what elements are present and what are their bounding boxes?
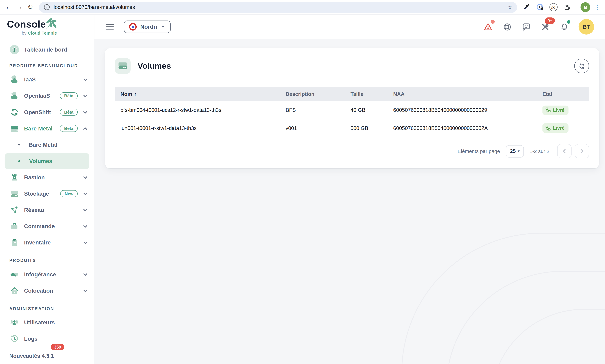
sidebar-item-label: Bare Metal bbox=[29, 142, 57, 148]
tenant-selector[interactable]: Nordri bbox=[124, 21, 170, 33]
server-stack-icon bbox=[9, 123, 19, 133]
whats-new-count-badge: 359 bbox=[51, 344, 64, 351]
history-clock-icon bbox=[9, 334, 19, 344]
bookmark-star-icon[interactable]: ☆ bbox=[507, 4, 512, 11]
browser-reload-button[interactable]: ↻ bbox=[25, 2, 36, 13]
sidebar-subitem-bare-metal[interactable]: Bare Metal bbox=[5, 137, 89, 153]
alert-warning-icon[interactable] bbox=[483, 22, 493, 32]
site-info-icon[interactable] bbox=[43, 4, 50, 10]
main-content: Volumes Nom ↑ Description Taille bbox=[94, 39, 605, 364]
chevron-down-icon bbox=[82, 93, 89, 98]
browser-forward-button[interactable]: → bbox=[14, 2, 25, 13]
sidebar-item-logs[interactable]: Logs bbox=[0, 331, 94, 347]
volumes-table: Nom ↑ Description Taille NAA Etat bfs-bm… bbox=[115, 87, 589, 137]
url-text: localhost:8070/bare-metal/volumes bbox=[54, 4, 135, 10]
sidebar-item-stockage[interactable]: Stockage New bbox=[0, 185, 94, 202]
table-header-row: Nom ↑ Description Taille NAA Etat bbox=[115, 87, 589, 101]
sidebar-item-openiaas[interactable]: OpenIaaS Bêta bbox=[0, 88, 94, 104]
chevron-down-icon bbox=[161, 25, 165, 29]
sidebar-subitem-volumes[interactable]: Volumes bbox=[5, 153, 89, 169]
cell-naa: 6005076300818B504000000000000029 bbox=[388, 107, 537, 113]
section-title-produits: PRODUITS bbox=[0, 255, 94, 266]
background-watermark bbox=[446, 271, 605, 364]
chevron-down-icon bbox=[82, 110, 89, 115]
sidebar-item-commande[interactable]: Commande bbox=[0, 218, 94, 234]
cell-nom: lun001-t0001-r-stw1-data13-th3s bbox=[115, 125, 280, 131]
sidebar-item-inventaire[interactable]: Inventaire bbox=[0, 234, 94, 251]
chevron-down-icon: ▾ bbox=[518, 149, 520, 153]
chevron-down-icon bbox=[82, 207, 89, 212]
column-header-etat[interactable]: Etat bbox=[537, 91, 589, 97]
delivered-icon bbox=[546, 126, 551, 131]
sidebar-item-label: Inventaire bbox=[24, 239, 51, 246]
sidebar-item-label: OpenIaaS bbox=[24, 93, 50, 99]
address-bar[interactable]: localhost:8070/bare-metal/volumes ☆ bbox=[39, 2, 517, 13]
beta-badge: Bêta bbox=[60, 92, 78, 99]
shopping-bag-icon bbox=[9, 221, 19, 231]
background-watermark bbox=[401, 233, 605, 364]
sidebar-item-label: OpenShift bbox=[24, 109, 51, 115]
chevron-down-icon bbox=[82, 224, 89, 229]
tools-count-badge: 9+ bbox=[545, 17, 555, 24]
sidebar-item-dashboard[interactable]: Tableau de bord bbox=[0, 41, 94, 58]
cloud-icon bbox=[9, 91, 19, 101]
sidebar-item-label: Tableau de bord bbox=[24, 47, 67, 53]
user-avatar[interactable]: BT bbox=[578, 19, 594, 34]
status-badge: Livré bbox=[542, 123, 568, 133]
previous-page-button[interactable] bbox=[557, 144, 572, 158]
sidebar-item-bare-metal[interactable]: Bare Metal Bêta bbox=[0, 120, 94, 137]
browser-back-button[interactable]: ← bbox=[3, 2, 14, 13]
chevron-up-icon bbox=[82, 126, 89, 131]
sidebar-item-iaas[interactable]: IaaS bbox=[0, 71, 94, 88]
cell-naa: 6005076300818B50400000000000002A bbox=[388, 125, 537, 131]
topbar: Nordri 9+ bbox=[94, 15, 605, 39]
browser-menu-icon[interactable]: ⋮ bbox=[593, 4, 601, 11]
page-size-select[interactable]: 25 ▾ bbox=[506, 145, 524, 157]
delivered-icon bbox=[546, 107, 551, 113]
column-header-nom[interactable]: Nom ↑ bbox=[115, 91, 280, 97]
eyedropper-extension-icon[interactable] bbox=[522, 2, 531, 12]
table-row[interactable]: lun001-t0001-r-stw1-data13-th3s v001 500… bbox=[115, 119, 589, 137]
sidebar-item-label: Infogérance bbox=[24, 271, 56, 277]
column-header-taille[interactable]: Taille bbox=[345, 91, 388, 97]
sidebar-item-openshift[interactable]: OpenShift Bêta bbox=[0, 104, 94, 120]
sidebar-item-bastion[interactable]: Bastion bbox=[0, 169, 94, 185]
section-title-administration: ADMINISTRATION bbox=[0, 303, 94, 314]
support-lifebuoy-icon[interactable] bbox=[502, 22, 512, 32]
sidebar-item-colocation[interactable]: Colocation bbox=[0, 283, 94, 299]
sidebar: Console by Cloud Temple Tableau de bord … bbox=[0, 15, 94, 364]
background-watermark bbox=[491, 309, 605, 364]
rook-tower-icon bbox=[9, 172, 19, 182]
alert-dot-badge bbox=[491, 20, 495, 24]
cell-description: BFS bbox=[280, 107, 345, 113]
sidebar-item-utilisateurs[interactable]: Utilisateurs bbox=[0, 314, 94, 331]
refresh-button[interactable] bbox=[574, 59, 589, 73]
chevron-down-icon bbox=[82, 288, 89, 293]
sidebar-item-label: Bare Metal bbox=[24, 125, 53, 132]
chevron-left-icon bbox=[562, 148, 567, 154]
extensions-puzzle-icon[interactable] bbox=[562, 2, 572, 12]
volumes-card: Volumes Nom ↑ Description Taille bbox=[105, 48, 599, 169]
notifications-bell-icon[interactable] bbox=[559, 22, 569, 32]
whats-new-item[interactable]: Nouveautés 4.3.1 359 bbox=[0, 347, 94, 364]
bullet-icon bbox=[18, 160, 20, 162]
sidebar-item-infogerance[interactable]: Infogérance bbox=[0, 266, 94, 283]
house-icon bbox=[9, 286, 19, 296]
browser-profile-avatar[interactable]: B bbox=[580, 2, 590, 12]
table-row[interactable]: bfs-bm004-t0001-ucs12-r-stw1-data13-th3s… bbox=[115, 101, 589, 119]
cocarde-icon bbox=[129, 23, 137, 31]
rm-extension-icon[interactable]: rM bbox=[549, 2, 558, 12]
next-page-button[interactable] bbox=[575, 144, 589, 158]
hamburger-menu-icon[interactable] bbox=[106, 24, 114, 29]
column-header-description[interactable]: Description bbox=[280, 91, 345, 97]
feedback-chat-icon[interactable] bbox=[521, 22, 531, 32]
column-header-naa[interactable]: NAA bbox=[388, 91, 537, 97]
tools-icon[interactable]: 9+ bbox=[540, 22, 550, 32]
gauge-icon bbox=[9, 45, 19, 55]
app-logo: Console by Cloud Temple bbox=[0, 15, 94, 39]
password-manager-extension-icon[interactable] bbox=[535, 2, 544, 12]
beta-badge: Bêta bbox=[60, 109, 78, 116]
sidebar-item-label: Volumes bbox=[29, 158, 52, 164]
sidebar-item-reseau[interactable]: Réseau bbox=[0, 202, 94, 218]
browser-chrome: ← → ↻ localhost:8070/bare-metal/volumes … bbox=[0, 0, 605, 15]
